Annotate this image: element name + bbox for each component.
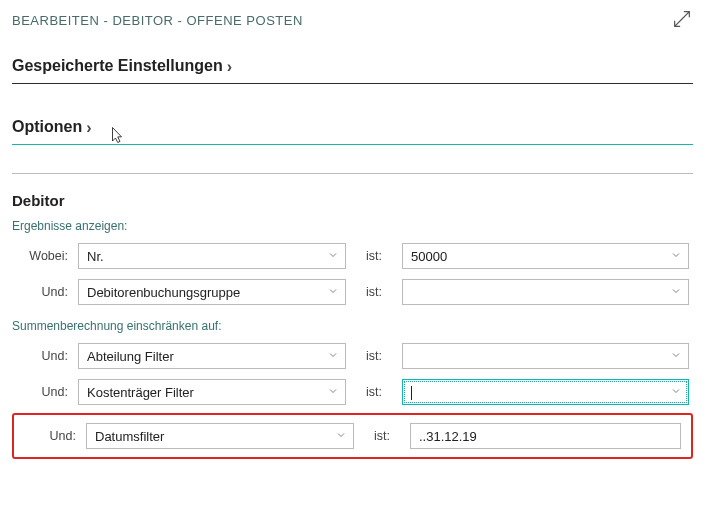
value-text	[411, 384, 412, 400]
filter-row-datumsfilter: Und: Datumsfilter ist: ..31.12.19	[20, 421, 685, 451]
chevron-down-icon	[670, 349, 682, 364]
and-label: Und:	[16, 385, 78, 399]
field-dropdown-abteilung[interactable]: Abteilung Filter	[78, 343, 346, 369]
field-dropdown-label: Debitorenbuchungsgruppe	[87, 285, 240, 300]
chevron-right-icon: ›	[227, 58, 232, 76]
is-label: ist:	[360, 429, 404, 443]
filter-row-buchungsgruppe: Und: Debitorenbuchungsgruppe ist:	[12, 277, 693, 307]
field-dropdown-nr[interactable]: Nr.	[78, 243, 346, 269]
chevron-down-icon	[670, 249, 682, 264]
is-label: ist:	[352, 285, 396, 299]
value-input-nr[interactable]: 50000	[402, 243, 689, 269]
divider	[12, 173, 693, 174]
and-label: Und:	[24, 429, 86, 443]
debitor-title: Debitor	[12, 192, 693, 209]
filter-row-kostentraeger: Und: Kostenträger Filter ist:	[12, 377, 693, 407]
value-input-kostentraeger[interactable]	[402, 379, 689, 405]
value-input-buchungsgruppe[interactable]	[402, 279, 689, 305]
field-dropdown-kostentraeger[interactable]: Kostenträger Filter	[78, 379, 346, 405]
field-dropdown-label: Datumsfilter	[95, 429, 164, 444]
is-label: ist:	[352, 385, 396, 399]
value-text: ..31.12.19	[419, 429, 477, 444]
chevron-down-icon	[327, 249, 339, 264]
section-saved-settings-label: Gespeicherte Einstellungen	[12, 57, 223, 75]
chevron-down-icon	[670, 385, 682, 400]
chevron-down-icon	[327, 285, 339, 300]
divider-active	[12, 144, 693, 145]
is-label: ist:	[352, 349, 396, 363]
expand-window-icon[interactable]	[671, 8, 693, 33]
section-saved-settings[interactable]: Gespeicherte Einstellungen ›	[12, 51, 693, 83]
section-options-label: Optionen	[12, 118, 82, 136]
value-input-abteilung[interactable]	[402, 343, 689, 369]
chevron-right-icon: ›	[86, 119, 91, 137]
page-title: BEARBEITEN - DEBITOR - OFFENE POSTEN	[12, 13, 303, 28]
and-label: Und:	[16, 349, 78, 363]
results-hint: Ergebnisse anzeigen:	[12, 219, 693, 233]
field-dropdown-buchungsgruppe[interactable]: Debitorenbuchungsgruppe	[78, 279, 346, 305]
value-input-datumsfilter[interactable]: ..31.12.19	[410, 423, 681, 449]
chevron-down-icon	[327, 349, 339, 364]
highlighted-datumsfilter-row: Und: Datumsfilter ist: ..31.12.19	[12, 413, 693, 459]
chevron-down-icon	[327, 385, 339, 400]
section-options[interactable]: Optionen ›	[12, 112, 693, 144]
field-dropdown-datumsfilter[interactable]: Datumsfilter	[86, 423, 354, 449]
value-text: 50000	[411, 249, 447, 264]
field-dropdown-label: Abteilung Filter	[87, 349, 174, 364]
filter-row-nr: Wobei: Nr. ist: 50000	[12, 241, 693, 271]
and-label: Und:	[16, 285, 78, 299]
where-label: Wobei:	[16, 249, 78, 263]
field-dropdown-label: Nr.	[87, 249, 104, 264]
filter-row-abteilung: Und: Abteilung Filter ist:	[12, 341, 693, 371]
chevron-down-icon	[335, 429, 347, 444]
chevron-down-icon	[670, 285, 682, 300]
is-label: ist:	[352, 249, 396, 263]
field-dropdown-label: Kostenträger Filter	[87, 385, 194, 400]
limit-hint: Summenberechnung einschränken auf:	[12, 319, 693, 333]
